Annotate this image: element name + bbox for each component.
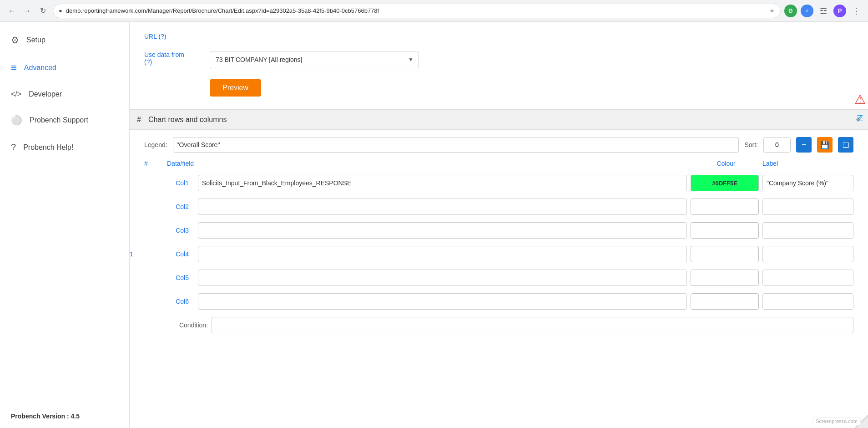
advanced-icon: ≡ — [11, 62, 17, 74]
col6-data-input[interactable] — [198, 293, 687, 310]
sort-input[interactable] — [763, 137, 791, 153]
table-row: Col5 — [172, 266, 853, 290]
address-bar[interactable]: ● demo.reportingframework.com/Manager/Re… — [53, 4, 781, 18]
table-row: Col6 — [172, 290, 853, 313]
chart-hash: # — [137, 116, 141, 124]
browser-chrome: ← → ↻ ● demo.reportingframework.com/Mana… — [0, 0, 868, 22]
extension-icon-1[interactable]: G — [784, 5, 797, 17]
star-icon: ★ — [769, 7, 775, 14]
col6-label-input[interactable] — [762, 293, 853, 310]
twitter-icon[interactable]: 𝕫 — [852, 109, 868, 126]
preview-button[interactable]: Preview — [210, 79, 261, 97]
side-icons: ⚠ 𝕫 — [852, 91, 868, 126]
sidebar-item-developer[interactable]: </> Developer — [0, 82, 129, 107]
sidebar-label-support: Probench Support — [30, 116, 88, 124]
chart-section-title: Chart rows and columns — [148, 116, 855, 124]
developer-icon: </> — [11, 90, 21, 98]
col3-colour-box[interactable] — [691, 222, 759, 239]
col5-num: Col5 — [172, 274, 194, 281]
chart-section-header: # Chart rows and columns + — [130, 109, 868, 130]
col4-colour-box[interactable] — [691, 246, 759, 262]
app-container: ⚙ Setup ≡ Advanced </> Developer ⚪ Probe… — [0, 22, 868, 428]
table-row: Col1 #0DFF5E — [172, 171, 853, 195]
sidebar-label-setup: Setup — [26, 36, 45, 44]
refresh-button[interactable]: ↻ — [36, 5, 49, 17]
sidebar-item-probench-support[interactable]: ⚪ Probench Support — [0, 107, 129, 134]
sidebar: ⚙ Setup ≡ Advanced </> Developer ⚪ Probe… — [0, 22, 130, 428]
col-header-data: Data/field — [167, 160, 690, 167]
main-content: URL (?) Use data from (?) 73 BIT'COMPANY… — [130, 22, 868, 428]
row1-label: Row1 — [130, 250, 133, 258]
col3-num: Col3 — [172, 227, 194, 234]
rows-container: Row1 Col1 #0DFF5E Col2 Col3 — [144, 171, 853, 337]
table-row: Col4 — [172, 242, 853, 266]
column-headers: # Data/field Colour Label — [144, 156, 853, 171]
sidebar-item-setup[interactable]: ⚙ Setup — [0, 26, 129, 54]
data-from-label: Use data from (?) — [144, 51, 199, 66]
condition-label: Condition: — [172, 321, 208, 329]
profile-icon[interactable]: P — [833, 5, 846, 17]
col1-num: Col1 — [172, 179, 194, 187]
alert-icon[interactable]: ⚠ — [852, 91, 868, 107]
data-from-row: Use data from (?) 73 BIT'COMPANY [All re… — [144, 51, 853, 68]
sidebar-label-advanced: Advanced — [24, 64, 56, 72]
sidebar-item-probench-help[interactable]: ? Probench Help! — [0, 134, 129, 161]
col1-data-input[interactable] — [198, 175, 687, 191]
url-link[interactable]: URL (?) — [144, 33, 167, 40]
screenpresso-badge: Screenpresso.com — [812, 417, 861, 425]
col2-colour-box[interactable] — [691, 199, 759, 215]
forward-button[interactable]: → — [21, 5, 34, 17]
col4-num: Col4 — [172, 250, 194, 258]
sidebar-item-advanced[interactable]: ≡ Advanced — [0, 54, 129, 82]
condition-row: Condition: — [172, 313, 853, 337]
col1-label-input[interactable] — [762, 175, 853, 191]
browser-nav: ← → ↻ — [5, 5, 49, 17]
help-icon: ? — [11, 142, 16, 153]
lock-icon: ● — [59, 7, 62, 14]
col3-label-input[interactable] — [762, 222, 853, 239]
data-select-wrapper: 73 BIT'COMPANY [All regions] ▼ — [210, 51, 419, 68]
col5-label-input[interactable] — [762, 270, 853, 286]
legend-row: Legend: Sort: − 💾 ❏ — [130, 130, 868, 156]
data-from-text: Use data from — [144, 51, 199, 58]
condition-input[interactable] — [212, 317, 853, 333]
version-label: Probench Version : 4.5 — [0, 404, 129, 428]
col6-colour-box[interactable] — [691, 293, 759, 310]
url-row: URL (?) — [144, 33, 853, 40]
extension-icon-2[interactable]: ◦ — [801, 5, 813, 17]
data-from-select[interactable]: 73 BIT'COMPANY [All regions] — [210, 51, 419, 68]
setup-icon: ⚙ — [11, 35, 19, 46]
table-row: Col2 — [172, 195, 853, 219]
url-text: demo.reportingframework.com/Manager/Repo… — [66, 7, 766, 14]
sort-save-button[interactable]: 💾 — [817, 137, 833, 153]
sidebar-label-help: Probench Help! — [23, 143, 73, 152]
col5-colour-box[interactable] — [691, 270, 759, 286]
col-header-label: Label — [762, 160, 853, 167]
col2-data-input[interactable] — [198, 199, 687, 215]
col-header-hash: # — [144, 160, 167, 167]
col2-label-input[interactable] — [762, 199, 853, 215]
col3-data-input[interactable] — [198, 222, 687, 239]
sort-label: Sort: — [744, 141, 758, 148]
col4-label-input[interactable] — [762, 246, 853, 262]
browser-actions: G ◦ ☲ P ⋮ — [784, 5, 863, 17]
support-icon: ⚪ — [11, 115, 22, 126]
col4-data-input[interactable] — [198, 246, 687, 262]
col2-num: Col2 — [172, 203, 194, 210]
legend-label: Legend: — [144, 141, 167, 148]
menu-icon[interactable]: ⋮ — [850, 5, 863, 17]
sidebar-label-developer: Developer — [29, 90, 62, 98]
extensions-icon[interactable]: ☲ — [817, 5, 830, 17]
table-row: Col3 — [172, 219, 853, 242]
content-area: URL (?) Use data from (?) 73 BIT'COMPANY… — [130, 22, 868, 348]
sort-copy-button[interactable]: ❏ — [838, 137, 853, 153]
back-button[interactable]: ← — [5, 5, 18, 17]
col-header-colour: Colour — [690, 160, 762, 167]
col1-colour-box[interactable]: #0DFF5E — [691, 175, 759, 191]
col5-data-input[interactable] — [198, 270, 687, 286]
data-from-help: (?) — [144, 58, 199, 66]
col6-num: Col6 — [172, 298, 194, 305]
sort-minus-button[interactable]: − — [796, 137, 812, 153]
legend-input[interactable] — [173, 137, 739, 153]
